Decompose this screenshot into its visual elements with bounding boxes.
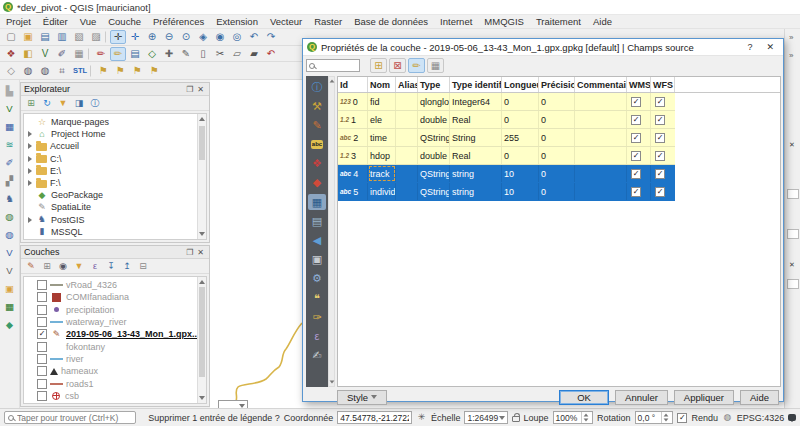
separator[interactable] (105, 31, 109, 43)
vertex-tool-icon[interactable]: ✚ (161, 47, 177, 61)
expander-icon[interactable] (28, 131, 33, 137)
information-icon[interactable]: ⓘ (308, 79, 326, 95)
browser-item[interactable]: F:\ (24, 177, 206, 189)
auxiliary-storage-icon[interactable]: ▣ (308, 252, 326, 268)
display-icon[interactable]: ❝ (308, 290, 326, 306)
new-3d-map-icon[interactable]: ◧ (20, 47, 36, 61)
undo-icon[interactable]: ↶ (263, 47, 279, 61)
toolbar-overflow-chevron[interactable]: » (789, 33, 793, 42)
scroll-up-icon[interactable] (199, 280, 205, 284)
spin-down-icon[interactable] (664, 418, 669, 421)
copy-features-icon[interactable]: ▱ (229, 47, 245, 61)
close-icon[interactable]: ✕ (789, 261, 795, 269)
joins-icon[interactable]: ◀ (308, 233, 326, 249)
map-themes-icon[interactable]: ◉ (56, 260, 70, 273)
wfs-checkbox[interactable] (655, 133, 665, 143)
wms-checkbox[interactable] (631, 151, 641, 161)
delete-selected-icon[interactable]: ▯ (195, 47, 211, 61)
add-wfs-layer-icon[interactable]: V (2, 246, 17, 259)
toggle-editing-icon[interactable]: ✏ (408, 58, 425, 73)
zoom-full-icon[interactable]: ◈ (195, 30, 211, 44)
layer-item[interactable]: vRoad_4326 (24, 279, 206, 291)
spin-up-icon[interactable] (664, 413, 669, 416)
close-button[interactable]: ✕ (761, 42, 779, 52)
grid-icon[interactable]: ⌗ (54, 64, 70, 78)
layer-checkbox[interactable] (37, 391, 47, 401)
expander-icon[interactable] (28, 168, 33, 174)
toggle-editing-icon[interactable]: ✏ (110, 47, 126, 61)
browser-item[interactable]: C:\ (24, 153, 206, 165)
attribute-table-icon[interactable]: ▦ (2, 300, 17, 313)
new-field-icon[interactable]: ⊞ (370, 58, 387, 73)
column-header[interactable]: Longueur (502, 77, 539, 92)
add-vector-layer-icon[interactable]: V (2, 102, 17, 115)
tab-list-scrollbar[interactable] (328, 76, 335, 387)
separator[interactable] (90, 65, 94, 77)
rendering-icon[interactable]: ✑ (308, 309, 326, 325)
wfs-checkbox[interactable] (655, 187, 665, 197)
add-virtual-layer-icon[interactable]: V (2, 264, 17, 277)
georeferencer-icon[interactable]: ◍ (20, 64, 36, 78)
wms-checkbox[interactable] (631, 133, 641, 143)
layer-item[interactable]: COMIfanadiana (24, 291, 206, 303)
3d-view-icon[interactable]: ◆ (308, 175, 326, 191)
menu-item[interactable]: Couche (102, 16, 147, 27)
filter-expression-icon[interactable]: ε (88, 260, 102, 273)
snapping-icon[interactable]: ◇ (3, 64, 19, 78)
scroll-up-icon[interactable] (199, 117, 205, 121)
column-header[interactable]: Précision (539, 77, 575, 92)
paste-features-icon[interactable]: ▰ (246, 47, 262, 61)
layers-scrollbar[interactable] (197, 277, 206, 403)
layer-checkbox[interactable] (37, 354, 47, 364)
undock-icon[interactable]: ❐ (184, 248, 195, 257)
column-header[interactable]: Commentaire (575, 77, 627, 92)
measure-icon[interactable]: ✐ (54, 47, 70, 61)
filter-browser-icon[interactable]: ▼ (56, 97, 70, 110)
layer-item[interactable]: 2019-05-06_13-43_Mon_1.gpx.... (24, 328, 206, 340)
select-features-icon[interactable]: V (37, 47, 53, 61)
add-feature-icon[interactable]: ◇ (144, 47, 160, 61)
symbology-icon[interactable]: ✎ (308, 117, 326, 133)
menu-item[interactable]: MMQGIS (478, 16, 530, 27)
layer-checkbox[interactable] (37, 379, 47, 389)
close-icon[interactable]: ✕ (789, 141, 795, 149)
layer-checkbox[interactable] (37, 366, 47, 376)
menu-item[interactable]: Aide (587, 16, 618, 27)
save-layer-edits-icon[interactable]: ▤ (127, 47, 143, 61)
add-wms-layer-icon[interactable]: ◍ (2, 210, 17, 223)
layer-item[interactable]: csb (24, 390, 206, 402)
column-header[interactable]: Id (338, 77, 368, 92)
add-mesh-layer-icon[interactable]: ≋ (2, 138, 17, 151)
modify-attributes-icon[interactable]: ✎ (178, 47, 194, 61)
layer-checkbox[interactable] (37, 403, 47, 404)
variables-icon[interactable]: ε (308, 328, 326, 344)
column-header[interactable]: Type identifié (450, 77, 502, 92)
browser-item[interactable]: ◆ GeoPackage (24, 189, 206, 201)
browser-item[interactable]: ▮ MSSQL (24, 226, 206, 238)
wfs-checkbox[interactable] (655, 151, 665, 161)
layer-checkbox[interactable] (37, 280, 47, 290)
actions-icon[interactable]: ⚙ (308, 271, 326, 287)
column-header[interactable]: Type (418, 77, 450, 92)
spin-up-icon[interactable] (584, 413, 589, 416)
attributes-form-icon[interactable]: ▤ (308, 213, 326, 229)
lock-scale-icon[interactable] (512, 416, 519, 422)
menu-item[interactable]: Éditer (37, 16, 74, 27)
wfs-checkbox[interactable] (655, 115, 665, 125)
metadata-icon[interactable]: ✍ (308, 348, 326, 364)
refresh-icon[interactable]: ↻ (40, 97, 54, 110)
browser-item[interactable]: ✎ SpatiaLite (24, 201, 206, 213)
browser-item[interactable]: ♞ PostGIS (24, 214, 206, 226)
wms-checkbox[interactable] (631, 187, 641, 197)
style-dock-icon[interactable]: ▙ (2, 84, 17, 97)
browser-item[interactable]: ● Oracle (24, 238, 206, 240)
scroll-down-icon[interactable] (199, 232, 205, 236)
browser-item[interactable]: Accueil (24, 140, 206, 152)
wfs-checkbox[interactable] (655, 97, 665, 107)
close-icon[interactable]: ✕ (195, 85, 206, 94)
layer-item[interactable]: roads1 (24, 377, 206, 389)
rotation-spinbox[interactable]: 0,0 ° (635, 411, 674, 424)
render-checkbox[interactable] (677, 413, 687, 423)
ok-button[interactable]: OK (559, 390, 609, 405)
remove-layer-icon[interactable]: ⊟ (136, 260, 150, 273)
